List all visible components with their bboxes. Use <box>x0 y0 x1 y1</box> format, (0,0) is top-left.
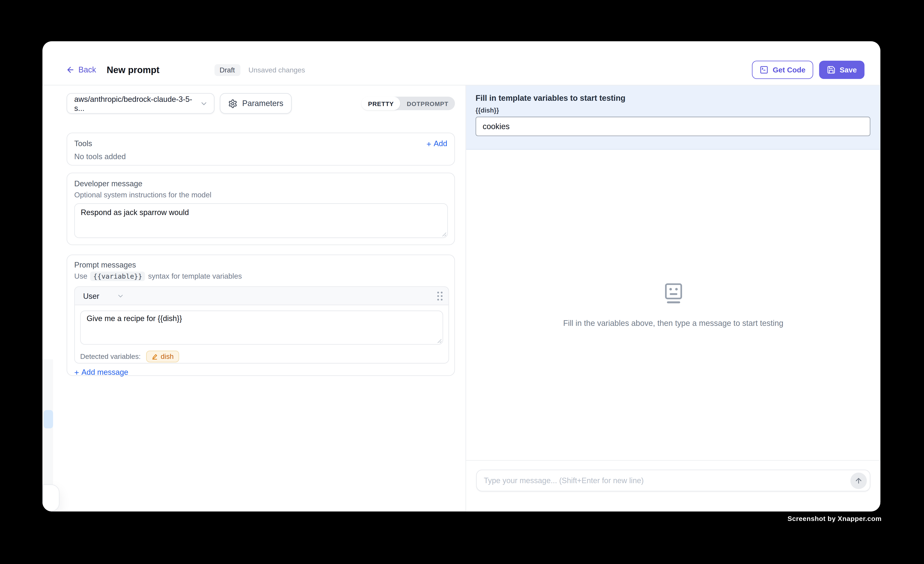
chevron-down-icon <box>200 99 208 108</box>
save-label: Save <box>840 66 857 74</box>
cropped-sidebar-active-item <box>44 410 53 428</box>
role-select[interactable]: User <box>83 291 125 300</box>
developer-message-label: Developer message <box>74 179 448 188</box>
dish-variable-input[interactable] <box>476 117 870 136</box>
parameters-label: Parameters <box>242 99 283 108</box>
save-button[interactable]: Save <box>819 61 865 79</box>
plus-icon: + <box>426 140 431 148</box>
tools-empty-text: No tools added <box>74 152 447 161</box>
drag-handle-icon[interactable] <box>437 291 442 300</box>
resize-grip-icon[interactable] <box>441 231 446 236</box>
app-window: Back New prompt Draft Unsaved changes Ge… <box>42 41 880 511</box>
gear-icon <box>228 99 237 108</box>
add-tool-button[interactable]: + Add <box>426 139 447 148</box>
add-message-label: Add message <box>81 368 128 376</box>
save-icon <box>826 65 836 74</box>
variable-chip-label: dish <box>160 352 174 360</box>
model-toolbar: aws/anthropic/bedrock-claude-3-5-s... Pa… <box>67 93 455 114</box>
detected-variables-row: Detected variables: dish <box>80 351 443 362</box>
chevron-down-icon <box>117 292 124 299</box>
user-message-textarea[interactable]: Give me a recipe for {{dish}} <box>80 310 443 345</box>
arrow-up-icon <box>855 477 862 484</box>
cropped-popover <box>42 484 59 512</box>
role-select-value: User <box>83 291 99 300</box>
template-variables-panel: Fill in template variables to start test… <box>466 86 880 150</box>
developer-message-hint: Optional system instructions for the mod… <box>74 191 448 199</box>
tester-empty-state: Fill in the variables above, then type a… <box>466 150 880 460</box>
tester-empty-message: Fill in the variables above, then type a… <box>563 319 783 328</box>
back-button[interactable]: Back <box>66 65 96 74</box>
plus-icon: + <box>74 368 79 376</box>
view-mode-toggle: PRETTY DOTPROMPT <box>362 97 455 110</box>
chat-message-input[interactable] <box>484 476 850 485</box>
watermark-text: Screenshot by Xnapper.com <box>788 515 882 522</box>
developer-message-section: Developer message Optional system instru… <box>67 172 455 245</box>
send-button[interactable] <box>850 472 867 489</box>
developer-message-textarea[interactable]: Respond as jack sparrow would <box>74 203 448 238</box>
header-bar: Back New prompt Draft Unsaved changes Ge… <box>42 41 880 85</box>
back-label: Back <box>78 65 96 74</box>
pencil-icon <box>151 353 158 360</box>
arrow-left-icon <box>66 65 75 74</box>
hint-suffix: syntax for template variables <box>148 272 242 280</box>
prompt-messages-section: Prompt messages Use {{variable}} syntax … <box>67 255 455 376</box>
hint-prefix: Use <box>74 272 87 280</box>
chat-input-bar <box>466 460 880 512</box>
parameters-button[interactable]: Parameters <box>220 93 292 114</box>
model-select-value: aws/anthropic/bedrock-claude-3-5-s... <box>74 94 200 112</box>
terminal-icon <box>760 65 769 74</box>
message-block: User Give me a recipe for {{dish}} <box>74 286 449 364</box>
screenshot-canvas: Back New prompt Draft Unsaved changes Ge… <box>0 0 924 564</box>
dish-variable-label: {{dish}} <box>476 106 870 114</box>
add-tool-label: Add <box>434 139 447 148</box>
variables-panel-title: Fill in template variables to start test… <box>476 94 870 102</box>
message-role-bar: User <box>75 287 448 305</box>
resize-grip-icon[interactable] <box>436 338 441 343</box>
prompt-tester-panel: Fill in template variables to start test… <box>466 86 880 512</box>
chat-input-container <box>476 470 870 491</box>
prompt-editor-panel: aws/anthropic/bedrock-claude-3-5-s... Pa… <box>42 86 466 512</box>
tab-pretty[interactable]: PRETTY <box>362 97 400 110</box>
add-message-button[interactable]: + Add message <box>74 368 448 376</box>
get-code-button[interactable]: Get Code <box>752 61 813 79</box>
get-code-label: Get Code <box>772 66 806 74</box>
robot-face-icon <box>663 282 684 304</box>
prompt-messages-label: Prompt messages <box>74 260 448 269</box>
variable-chip-dish[interactable]: dish <box>146 351 179 362</box>
page-title: New prompt <box>106 64 159 75</box>
model-select[interactable]: aws/anthropic/bedrock-claude-3-5-s... <box>67 93 214 114</box>
tab-dotprompt[interactable]: DOTPROMPT <box>400 97 455 110</box>
variable-syntax-badge: {{variable}} <box>90 272 145 281</box>
tools-section: Tools + Add No tools added <box>67 132 455 165</box>
draft-status-badge: Draft <box>214 64 240 76</box>
detected-variables-label: Detected variables: <box>80 352 141 360</box>
tools-label: Tools <box>74 139 92 148</box>
unsaved-changes-text: Unsaved changes <box>248 66 305 74</box>
